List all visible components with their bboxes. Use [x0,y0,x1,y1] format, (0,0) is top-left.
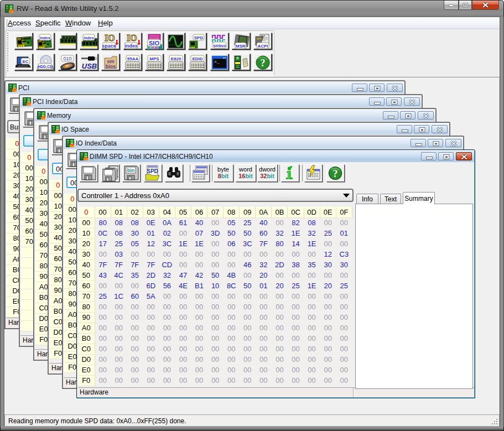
svg-text:space: space [102,43,116,49]
svg-text:dword: dword [259,166,276,173]
svg-text:byte: byte [217,166,229,173]
svg-text:IO: IO [127,34,137,43]
svg-text:?: ? [333,168,338,179]
svg-text:RW: RW [27,103,31,106]
svg-text:E820: E820 [171,56,181,61]
svg-text:USB: USB [82,62,97,70]
svg-text:32bit: 32bit [260,173,274,179]
svg-text:word: word [238,166,252,173]
svg-text:MPS: MPS [149,56,159,61]
svg-text:index: index [124,43,138,49]
svg-text:8bit: 8bit [218,173,229,179]
svg-text:EC: EC [22,59,28,64]
svg-text:bin: bin [127,168,135,173]
svg-text:SIO: SIO [149,40,159,46]
svg-text:SPD: SPD [147,168,158,174]
svg-text:index: index [40,36,50,40]
svg-text:>_: >_ [214,59,220,64]
svg-text:16bit: 16bit [238,173,253,179]
svg-text:010: 010 [63,56,71,61]
svg-text:RW: RW [70,144,74,147]
svg-text:RW: RW [41,117,45,120]
svg-text:HDD,CD: HDD,CD [38,65,53,69]
svg-text:55AA: 55AA [127,56,138,61]
svg-text:SPD: SPD [194,35,204,40]
svg-text:?: ? [261,58,266,69]
svg-text:ACPI: ACPI [258,44,268,49]
svg-text:RW: RW [84,158,88,160]
svg-text:bios: bios [106,64,116,69]
svg-text:IO: IO [105,34,115,43]
svg-text:MSR: MSR [236,44,246,49]
svg-text:EDID: EDID [193,56,203,61]
svg-text:index: index [84,36,93,40]
svg-text:smbus: smbus [213,44,226,48]
svg-text:RW: RW [12,89,17,92]
svg-text:RW: RW [9,10,13,13]
svg-text:RW: RW [55,131,60,133]
